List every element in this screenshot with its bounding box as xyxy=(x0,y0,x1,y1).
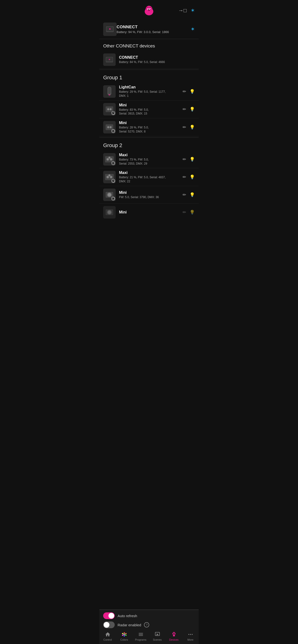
other-device-image-0 xyxy=(103,54,116,66)
edit-icon-maxi-g2-2[interactable]: ✏ xyxy=(183,174,186,180)
edit-icon-mini-g1-2[interactable]: ✏ xyxy=(183,124,186,130)
connected-bluetooth-icon: ✶ xyxy=(191,26,195,32)
mini-info-g1-1: Mini Battery: 83 %, FW: 5.0,Serial: 3915… xyxy=(119,103,181,116)
fixture-icon-maxi-g2-2[interactable]: 💡 xyxy=(190,174,195,180)
programs-icon xyxy=(138,632,144,637)
lightcan-image-1 xyxy=(103,85,116,98)
app-logo xyxy=(142,4,156,17)
svg-point-58 xyxy=(122,635,123,636)
tab-programs[interactable]: Programs xyxy=(132,632,149,641)
svg-rect-20 xyxy=(108,87,111,94)
tab-devices-label: Devices xyxy=(169,638,179,641)
device-row-mini-g1-2: ◯ Mini Battery: 28 %, FW: 5.0,Serial: 52… xyxy=(99,118,199,136)
svg-point-66 xyxy=(174,634,175,635)
connected-device-info: CONNECT Battery: 94 %, FW: 3.0.0, Serial… xyxy=(117,25,191,34)
fixture-icon-mini-g1-2[interactable]: 💡 xyxy=(190,124,195,130)
maxi-image-g2-2: ◯ xyxy=(103,171,116,183)
svg-point-12 xyxy=(149,10,150,10)
tab-more[interactable]: More xyxy=(182,632,199,641)
svg-point-8 xyxy=(148,9,149,10)
radar-help-icon[interactable]: ? xyxy=(144,622,149,628)
other-device-row-0: CONNECT Battery: 84 %, FW: 5.0, Serial: … xyxy=(99,51,199,68)
device-row-maxi-g2-2: ◯ Maxi Battery: 21 %, FW: 5.0, Serial: 4… xyxy=(99,168,199,186)
fixture-icon-mini-g2-1[interactable]: 💡 xyxy=(190,192,195,198)
tab-control[interactable]: Control xyxy=(99,632,116,641)
other-device-name-0: CONNECT xyxy=(119,55,195,60)
fixture-icon-mini-g1-1[interactable]: 💡 xyxy=(190,106,195,112)
device-row-lightcan-1: LightCan Battery: 29 %, FW: 5.0, Serial:… xyxy=(99,83,199,100)
mini-info-g2-1: Mini FW: 5.0, Serial: 3790, DMX: 36 xyxy=(119,190,181,199)
tab-programs-label: Programs xyxy=(135,638,146,641)
edit-icon-mini-g2-2[interactable]: ✏ xyxy=(183,210,186,215)
device-row-mini-g1-1: ◯ Mini Battery: 83 %, FW: 5.0,Serial: 39… xyxy=(99,100,199,118)
svg-rect-62 xyxy=(139,636,143,636)
group-1-header: Group 1 xyxy=(99,71,199,83)
svg-point-38 xyxy=(109,157,110,158)
maxi-name-g2-2: Maxi xyxy=(119,170,181,175)
edit-icon-mini-g1-1[interactable]: ✏ xyxy=(183,106,186,112)
svg-point-67 xyxy=(188,634,189,635)
fixture-icon-mini-g2-2[interactable]: 💡 xyxy=(190,210,195,215)
fixture-icon-maxi-g2-1[interactable]: 💡 xyxy=(190,157,195,162)
tab-more-label: More xyxy=(187,638,193,641)
maxi-info-g2-1: Maxi Battery: 73 %, FW: 5.0,Serial: 2553… xyxy=(119,153,181,166)
svg-point-26 xyxy=(107,108,109,110)
other-device-info-0: CONNECT Battery: 84 %, FW: 5.0, Serial: … xyxy=(119,55,195,64)
mini-name-g2-1: Mini xyxy=(119,190,181,195)
mini-actions-g1-1: ✏ 💡 xyxy=(183,106,195,112)
maxi-name-g2-1: Maxi xyxy=(119,153,181,157)
maxi-image-g2-1: ◯ xyxy=(103,153,116,166)
tab-scenes[interactable]: Scenes xyxy=(149,632,166,641)
auto-refresh-knob xyxy=(108,613,114,618)
svg-rect-60 xyxy=(139,633,143,634)
maxi-details-g2-2: Battery: 21 %, FW: 5.0, Serial: 4837,DMX… xyxy=(119,176,181,184)
radar-row: Radar enabled ? xyxy=(103,622,195,628)
header-icons: →□ ✶ xyxy=(178,8,195,14)
svg-rect-22 xyxy=(108,95,110,96)
mini-details-g1-2: Battery: 28 %, FW: 5.0,Serial: 5270, DMX… xyxy=(119,126,181,134)
edit-icon-maxi-g2-1[interactable]: ✏ xyxy=(183,157,186,162)
lightcan-details-1: Battery: 29 %, FW: 5.0, Serial: 1177,DMX… xyxy=(119,90,181,98)
svg-point-45 xyxy=(109,175,110,176)
connected-device-image xyxy=(103,22,117,36)
mini-image-g1-2: ◯ xyxy=(103,121,116,134)
svg-point-39 xyxy=(110,158,112,160)
auto-refresh-row: Auto refresh xyxy=(103,612,195,619)
tab-devices[interactable]: Devices xyxy=(166,632,182,641)
mini-info-g2-2: Mini xyxy=(119,210,181,214)
colors-icon xyxy=(121,632,127,637)
mini-details-g1-1: Battery: 83 %, FW: 5.0,Serial: 3915, DMX… xyxy=(119,108,181,116)
svg-point-57 xyxy=(123,636,125,637)
mini-actions-g2-2: ✏ 💡 xyxy=(183,210,195,215)
svg-point-55 xyxy=(125,633,126,634)
edit-icon-lightcan-1[interactable]: ✏ xyxy=(183,89,186,94)
bottom-bar: Auto refresh Radar enabled ? Control xyxy=(99,610,199,644)
divider-2 xyxy=(99,137,199,138)
svg-point-27 xyxy=(110,108,111,110)
divider-1 xyxy=(99,70,199,70)
fixture-icon-lightcan-1[interactable]: 💡 xyxy=(190,89,195,94)
login-icon[interactable]: →□ xyxy=(178,8,187,14)
maxi-actions-g2-1: ✏ 💡 xyxy=(183,157,195,162)
lightcan-info-1: LightCan Battery: 29 %, FW: 5.0, Serial:… xyxy=(119,85,181,98)
lightcan-name-1: LightCan xyxy=(119,85,181,89)
mini-details-g2-1: FW: 5.0, Serial: 3790, DMX: 36 xyxy=(119,195,181,199)
device-row-maxi-g2-1: ◯ Maxi Battery: 73 %, FW: 5.0,Serial: 25… xyxy=(99,150,199,168)
toggles-bar: Auto refresh Radar enabled ? xyxy=(99,610,199,630)
control-icon xyxy=(105,632,111,637)
bluetooth-icon[interactable]: ✶ xyxy=(191,8,195,14)
mini-name-g1-1: Mini xyxy=(119,103,181,107)
svg-point-46 xyxy=(110,176,112,178)
tab-colors-label: Colors xyxy=(120,638,128,641)
tab-bar: Control Colors Programs xyxy=(99,630,199,644)
radar-toggle[interactable] xyxy=(103,622,115,628)
mini-image-g2-1: ◯ xyxy=(103,188,116,201)
maxi-info-g2-2: Maxi Battery: 21 %, FW: 5.0, Serial: 483… xyxy=(119,170,181,184)
mini-image-g1-1: ◯ xyxy=(103,103,116,116)
edit-icon-mini-g2-1[interactable]: ✏ xyxy=(183,192,186,198)
tab-control-label: Control xyxy=(103,638,112,641)
svg-point-52 xyxy=(108,210,111,214)
auto-refresh-label: Auto refresh xyxy=(117,614,137,618)
tab-colors[interactable]: Colors xyxy=(116,632,132,641)
auto-refresh-toggle[interactable] xyxy=(103,612,115,619)
